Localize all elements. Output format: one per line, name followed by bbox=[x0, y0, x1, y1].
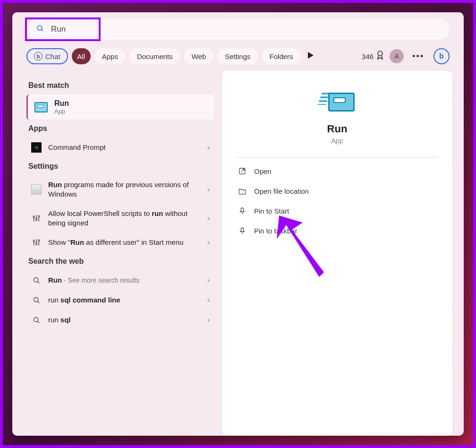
best-match-title: Run bbox=[54, 99, 69, 108]
app-cmd-label: Command Prompt bbox=[48, 143, 201, 152]
run-app-icon bbox=[320, 90, 355, 112]
details-title: Run bbox=[236, 123, 438, 135]
app-command-prompt[interactable]: C:\ Command Prompt › bbox=[26, 138, 214, 157]
chat-label: Chat bbox=[45, 52, 60, 60]
svg-point-8 bbox=[38, 215, 40, 217]
setting-run-compat[interactable]: Run programs made for previous versions … bbox=[26, 175, 214, 204]
action-open-location[interactable]: Open file location bbox=[236, 181, 438, 201]
action-pin-taskbar-label: Pin to taskbar bbox=[254, 227, 298, 235]
content-area: Best match Run App Apps C:\ Command Prom… bbox=[12, 71, 464, 436]
details-subtitle: App bbox=[236, 137, 438, 145]
svg-point-14 bbox=[38, 240, 40, 241]
cmd-icon: C:\ bbox=[31, 142, 42, 153]
svg-point-13 bbox=[35, 243, 37, 244]
chat-button[interactable]: b Chat bbox=[26, 48, 68, 64]
more-menu-icon[interactable]: ••• bbox=[409, 52, 427, 61]
compat-icon bbox=[31, 184, 42, 195]
setting-row1-text: Run programs made for previous versions … bbox=[48, 180, 201, 199]
svg-point-12 bbox=[33, 241, 34, 242]
search-icon bbox=[36, 24, 44, 34]
open-icon bbox=[238, 167, 246, 175]
bing-icon: b bbox=[34, 52, 42, 60]
web-row1: Run - See more search results bbox=[48, 276, 201, 285]
rewards-points[interactable]: 346 bbox=[362, 51, 384, 62]
filter-documents[interactable]: Documents bbox=[129, 48, 180, 64]
section-settings: Settings bbox=[28, 162, 212, 171]
svg-line-20 bbox=[37, 321, 39, 323]
section-search-web: Search the web bbox=[28, 257, 212, 266]
setting-row2-text: Allow local PowerShell scripts to run wi… bbox=[48, 209, 201, 228]
svg-line-1 bbox=[41, 29, 43, 31]
avatar[interactable]: A bbox=[390, 49, 404, 63]
details-column: Run App Open Open file location Pin to S… bbox=[222, 71, 452, 436]
best-match-result[interactable]: Run App bbox=[26, 95, 214, 120]
action-open-location-label: Open file location bbox=[254, 187, 309, 195]
search-icon bbox=[31, 315, 42, 325]
section-best-match: Best match bbox=[28, 81, 212, 90]
search-panel: b Chat All Apps Documents Web Settings F… bbox=[12, 12, 464, 436]
chevron-right-icon: › bbox=[207, 238, 210, 247]
web-result-sql[interactable]: run sql › bbox=[26, 310, 214, 330]
filter-apps[interactable]: Apps bbox=[94, 48, 126, 64]
action-open[interactable]: Open bbox=[236, 161, 438, 181]
pin-icon bbox=[238, 207, 246, 215]
search-icon bbox=[31, 275, 42, 285]
bing-button[interactable]: b bbox=[434, 48, 450, 64]
svg-line-16 bbox=[37, 281, 39, 283]
divider bbox=[236, 157, 438, 157]
svg-point-2 bbox=[378, 51, 382, 56]
filter-folders[interactable]: Folders bbox=[262, 48, 301, 64]
setting-run-as-user[interactable]: Show "Run as different user" in Start me… bbox=[26, 233, 214, 252]
folder-icon bbox=[238, 187, 246, 195]
chevron-right-icon: › bbox=[207, 276, 210, 284]
run-icon bbox=[34, 102, 48, 112]
action-pin-start-label: Pin to Start bbox=[254, 207, 289, 215]
filter-settings[interactable]: Settings bbox=[217, 48, 258, 64]
chevron-right-icon: › bbox=[207, 185, 210, 194]
search-box[interactable] bbox=[26, 19, 450, 40]
search-row bbox=[12, 19, 464, 43]
points-value: 346 bbox=[362, 52, 374, 60]
web-result-sql-cmd[interactable]: run sql command line › bbox=[26, 290, 214, 310]
chevron-right-icon: › bbox=[207, 214, 210, 223]
svg-point-17 bbox=[34, 297, 38, 302]
medal-icon bbox=[376, 51, 384, 62]
setting-powershell-unsigned[interactable]: Allow local PowerShell scripts to run wi… bbox=[26, 204, 214, 233]
chevron-right-icon: › bbox=[207, 143, 210, 152]
action-open-label: Open bbox=[254, 167, 272, 175]
search-icon bbox=[31, 295, 42, 305]
action-pin-taskbar[interactable]: Pin to taskbar bbox=[236, 221, 438, 241]
more-filters-icon[interactable] bbox=[307, 52, 314, 60]
setting-row3-text: Show "Run as different user" in Start me… bbox=[48, 238, 201, 247]
results-column: Best match Run App Apps C:\ Command Prom… bbox=[20, 71, 218, 436]
svg-point-6 bbox=[33, 216, 34, 218]
sliders-icon bbox=[31, 237, 42, 248]
web-result-run[interactable]: Run - See more search results › bbox=[26, 270, 214, 290]
chevron-right-icon: › bbox=[207, 296, 210, 304]
action-pin-start[interactable]: Pin to Start bbox=[236, 201, 438, 221]
web-row2: run sql command line bbox=[48, 295, 201, 305]
filter-all[interactable]: All bbox=[72, 48, 91, 64]
sliders-icon bbox=[31, 213, 42, 224]
pin-icon bbox=[238, 226, 246, 235]
section-apps: Apps bbox=[28, 124, 212, 133]
search-input[interactable] bbox=[51, 25, 440, 34]
svg-point-19 bbox=[34, 317, 38, 321]
best-match-subtitle: App bbox=[54, 108, 69, 115]
svg-line-18 bbox=[37, 301, 39, 303]
svg-point-7 bbox=[35, 218, 37, 220]
web-row3: run sql bbox=[48, 315, 201, 325]
filter-row: b Chat All Apps Documents Web Settings F… bbox=[12, 43, 464, 71]
chevron-right-icon: › bbox=[207, 316, 210, 324]
filter-web[interactable]: Web bbox=[184, 48, 214, 64]
svg-point-0 bbox=[37, 26, 42, 30]
svg-point-15 bbox=[34, 277, 38, 282]
